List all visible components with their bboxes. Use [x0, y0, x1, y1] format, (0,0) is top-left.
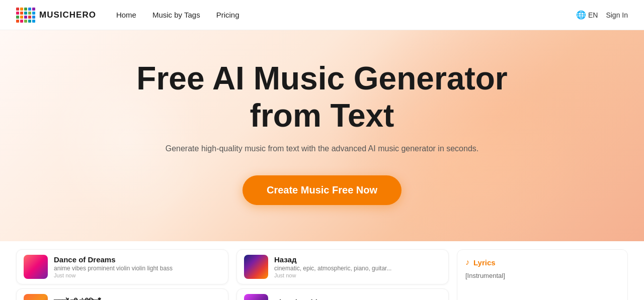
card-time: Just now [274, 272, 441, 278]
music-card-dance-of-dreams[interactable]: Dance of Dreams anime vibes prominent vi… [16, 249, 228, 284]
thumb-image [24, 255, 48, 279]
nav-right: 🌐 EN Sign In [576, 10, 628, 20]
hero-subtitle: Generate high-quality music from text wi… [166, 144, 479, 153]
card-info: सपनों की रंगीनियाँ melodic pop dreamy [54, 297, 221, 300]
music-card-nazad[interactable]: Назад cinematic, epic, atmospheric, pian… [236, 249, 449, 284]
thumb-image [24, 294, 48, 300]
card-info: Electric Whispers 140bpm hypnotic raw te… [274, 298, 441, 301]
lyrics-body: [Instrumental] [465, 272, 619, 279]
hero-title: Free AI Music Generator from Text [136, 60, 507, 134]
music-card-electric-whispers[interactable]: Electric Whispers 140bpm hypnotic raw te… [236, 288, 449, 300]
sign-in-button[interactable]: Sign In [606, 11, 628, 19]
card-tags: anime vibes prominent violin violin ligh… [54, 265, 221, 272]
lyrics-title: Lyrics [473, 258, 496, 267]
cards-column-right: Назад cinematic, epic, atmospheric, pian… [236, 249, 449, 300]
card-info: Dance of Dreams anime vibes prominent vi… [54, 255, 221, 278]
hero-section: Free AI Music Generator from Text Genera… [0, 30, 644, 241]
navbar: MUSICHERO Home Music by Tags Pricing 🌐 E… [0, 0, 644, 30]
logo-icon [16, 8, 35, 23]
nav-links: Home Music by Tags Pricing [116, 11, 239, 19]
language-selector[interactable]: 🌐 EN [576, 10, 598, 20]
thumb-image [244, 255, 268, 279]
card-info: Назад cinematic, epic, atmospheric, pian… [274, 255, 441, 278]
music-card-sapno[interactable]: सपनों की रंगीनियाँ melodic pop dreamy [16, 288, 228, 300]
card-title: Dance of Dreams [54, 255, 221, 264]
brand-name: MUSICHERO [39, 10, 96, 20]
globe-icon: 🌐 [576, 10, 586, 20]
hero-content: Free AI Music Generator from Text Genera… [0, 30, 644, 205]
card-title: Electric Whispers [274, 298, 441, 301]
lyrics-panel: ♪ Lyrics [Instrumental] [457, 249, 628, 300]
nav-music-by-tags[interactable]: Music by Tags [152, 11, 200, 19]
card-thumbnail [24, 294, 48, 300]
card-title: Назад [274, 255, 441, 264]
nav-pricing[interactable]: Pricing [216, 11, 239, 19]
card-thumbnail [24, 255, 48, 279]
card-tags: cinematic, epic, atmospheric, piano, gui… [274, 265, 441, 272]
card-title: सपनों की रंगीनियाँ [54, 297, 221, 300]
lang-label: EN [588, 11, 598, 19]
card-thumbnail [244, 294, 268, 300]
thumb-image [244, 294, 268, 300]
card-thumbnail [244, 255, 268, 279]
lyrics-icon: ♪ [465, 258, 469, 267]
cards-section: Dance of Dreams anime vibes prominent vi… [0, 241, 644, 300]
nav-home[interactable]: Home [116, 11, 136, 19]
lyrics-header: ♪ Lyrics [465, 258, 619, 267]
logo[interactable]: MUSICHERO [16, 8, 96, 23]
cards-column-left: Dance of Dreams anime vibes prominent vi… [16, 249, 228, 300]
card-time: Just now [54, 272, 221, 278]
create-music-button[interactable]: Create Music Free Now [243, 175, 401, 205]
